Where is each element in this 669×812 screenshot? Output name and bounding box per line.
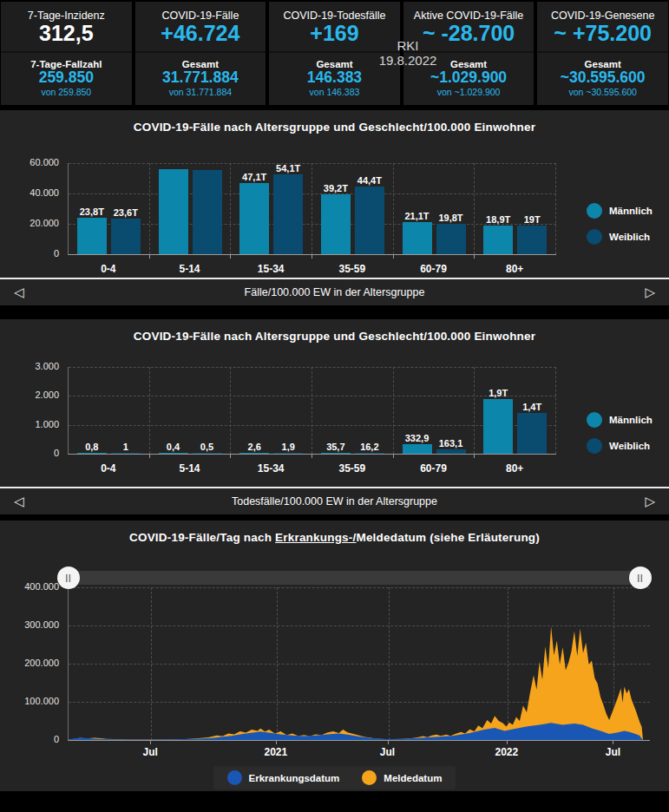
x-axis-tick (393, 255, 394, 259)
stats-card-sub-note: von ~30.595.600 (568, 87, 637, 97)
bar-männlich-80+[interactable] (483, 399, 513, 454)
chart-legend: MännlichWeiblich (587, 203, 653, 245)
deaths-by-age-footer: ◁ Todesfälle/100.000 EW in der Altersgru… (0, 487, 669, 514)
bar-slot: 21,1T (403, 163, 432, 254)
category-label-0-4: 0-4 (68, 462, 149, 475)
bar-männlich-60-79[interactable] (403, 444, 432, 454)
bar-weiblich-15-34[interactable] (273, 453, 303, 455)
y-axis-label: 0 (0, 448, 59, 458)
stats-card-title: Aktive COVID-19-Fälle (414, 10, 523, 22)
bar-slot: 47,1T (239, 163, 269, 254)
category-label-5-14: 5-14 (149, 462, 231, 475)
x-axis-tick (276, 741, 277, 744)
watermark-caption: RKI 19.8.2022 (364, 38, 451, 68)
legend-item-erkrankungsdatum[interactable]: Erkrankungsdatum (227, 770, 340, 785)
bar-group-80+: 1,9T1,4T (475, 367, 556, 454)
bar-männlich-35-59[interactable] (321, 453, 351, 455)
bar-slot: 54,1T (273, 163, 303, 254)
bar-männlich-0-4[interactable] (77, 453, 107, 455)
bar-value-label: 19T (524, 214, 541, 225)
deaths-by-age-panel: COVID-19-Fälle nach Altersgruppe und Ges… (0, 319, 669, 514)
prev-chart-arrow-icon[interactable]: ◁ (14, 488, 24, 514)
legend-dot-icon (587, 203, 602, 219)
y-axis-label: 60.000 (0, 157, 59, 167)
legend-item-weiblich[interactable]: Weiblich (587, 229, 653, 245)
category-labels: 0-45-1415-3435-5960-7980+ (68, 462, 555, 475)
bar-weiblich-80+[interactable] (517, 413, 547, 454)
x-axis-tick (230, 255, 231, 259)
legend-label: Weiblich (609, 441, 650, 451)
cases-per-day-title: COVID-19-Fälle/Tag nach Erkrankungs-/Mel… (0, 521, 669, 544)
slider-handle-left[interactable]: || (57, 566, 80, 589)
bar-weiblich-60-79[interactable] (436, 449, 466, 454)
stats-card-top: 7-Tage-Inzidenz312,5 (1, 2, 132, 53)
next-chart-arrow-icon[interactable]: ▷ (645, 488, 655, 514)
bar-slot: 19T (517, 163, 547, 254)
bar-männlich-5-14[interactable] (159, 169, 188, 254)
bar-männlich-0-4[interactable] (77, 218, 107, 254)
cases-by-age-panel: COVID-19-Fälle nach Altersgruppe und Ges… (0, 110, 669, 305)
area-plot-area (68, 587, 650, 741)
bar-weiblich-80+[interactable] (517, 226, 547, 254)
bar-group-5-14 (150, 163, 232, 254)
x-axis-tick (150, 741, 151, 744)
bar-value-label: 1 (123, 442, 128, 452)
bar-weiblich-5-14[interactable] (193, 170, 222, 254)
legend-item-männlich[interactable]: Männlich (587, 203, 653, 219)
bar-weiblich-60-79[interactable] (436, 224, 466, 254)
prev-chart-arrow-icon[interactable]: ◁ (14, 279, 24, 305)
legend-label: Erkrankungsdatum (249, 773, 340, 783)
time-range-slider-track[interactable] (61, 571, 640, 585)
bar-slot: 44,4T (355, 163, 384, 254)
bar-slot (159, 163, 188, 254)
bar-weiblich-35-59[interactable] (355, 187, 384, 254)
bar-group-60-79: 21,1T19,8T (394, 163, 476, 254)
bar-männlich-60-79[interactable] (403, 222, 432, 254)
bar-männlich-15-34[interactable] (239, 183, 269, 254)
legend-box: ErkrankungsdatumMeldedatum (213, 766, 456, 789)
legend-item-meldedatum[interactable]: Meldedatum (362, 770, 442, 785)
stats-card-value: +169 (310, 22, 358, 44)
erkrankungsdatum-link[interactable]: Erkrankungs-/ (275, 531, 356, 544)
next-chart-arrow-icon[interactable]: ▷ (645, 279, 655, 305)
bar-slot: 23,8T (77, 163, 107, 254)
x-axis-label-jul: Jul (142, 746, 157, 758)
x-axis-tick (149, 455, 150, 458)
bar-value-label: 44,4T (357, 175, 382, 186)
bar-weiblich-35-59[interactable] (355, 453, 384, 455)
x-axis-tick (388, 741, 389, 744)
bar-slot: 1,9T (483, 367, 513, 454)
x-axis-label-jul: Jul (380, 746, 395, 758)
cases-per-day-areas (69, 587, 650, 740)
bar-weiblich-0-4[interactable] (111, 219, 141, 254)
legend-dot-icon (587, 412, 602, 428)
stats-card-sub-note: von 146.383 (310, 87, 360, 97)
slider-handle-right[interactable]: || (629, 566, 652, 589)
bar-slot: 35,7 (321, 367, 351, 454)
bar-weiblich-15-34[interactable] (273, 174, 303, 254)
stats-card-cases: COVID-19-Fälle+46.724Gesamt31.771.884von… (135, 2, 266, 105)
y-axis-label: 100.000 (0, 696, 59, 706)
bar-männlich-80+[interactable] (483, 226, 513, 254)
bar-slot: 1,9 (273, 367, 303, 454)
stats-card-sub-value: ~30.595.600 (561, 69, 646, 86)
bar-slot: 163,1 (436, 367, 466, 454)
bar-value-label: 19,8T (438, 213, 462, 223)
area-series-meldedatum (69, 626, 643, 740)
category-label-0-4: 0-4 (68, 263, 149, 275)
bar-männlich-35-59[interactable] (321, 194, 351, 254)
legend-item-weiblich[interactable]: Weiblich (587, 438, 653, 454)
stats-card-top: COVID-19-Genesene~ +75.200 (537, 2, 668, 53)
bar-slot (193, 163, 222, 254)
legend-item-männlich[interactable]: Männlich (587, 412, 653, 428)
x-axis-tick (613, 741, 613, 744)
bar-männlich-15-34[interactable] (239, 453, 269, 455)
stats-card-top: COVID-19-Fälle+46.724 (135, 2, 266, 53)
bar-weiblich-0-4[interactable] (111, 453, 141, 455)
legend-dot-icon (587, 229, 602, 245)
bar-männlich-5-14[interactable] (159, 453, 188, 455)
category-label-15-34: 15-34 (230, 462, 312, 475)
y-axis-label: 1.000 (0, 419, 59, 429)
x-axis-tick (312, 455, 312, 458)
bar-weiblich-5-14[interactable] (193, 453, 222, 455)
